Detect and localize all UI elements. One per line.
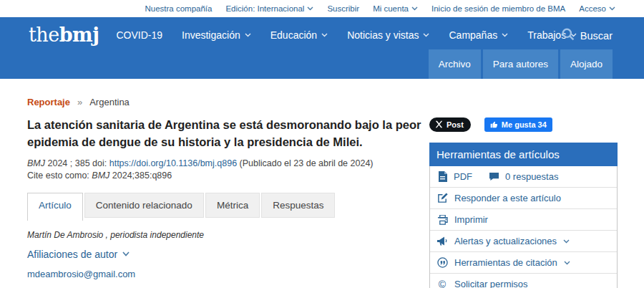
breadcrumb-section-link[interactable]: Reportaje [27, 97, 70, 107]
citation-volume: ; 385 [70, 158, 90, 168]
citation-tools-item[interactable]: Herramientas de citación [430, 251, 617, 273]
author-email-link[interactable]: mdeambrosio@gmail.com [27, 269, 135, 279]
hosted-button[interactable]: Alojado [560, 49, 613, 79]
article-title: La atención sanitaria de Argentina se es… [27, 117, 422, 151]
nav-item-research[interactable]: Investigación [182, 29, 251, 41]
responses-link[interactable]: 0 respuestas [488, 171, 558, 182]
tool-label: Alertas y actualizaciones [454, 236, 557, 246]
citation-quote-icon [436, 257, 448, 268]
share-buttons: Post Me gusta 34 [429, 117, 618, 132]
tool-label: Responder a este artículo [454, 193, 561, 203]
chevron-down-icon [423, 33, 429, 37]
topbar-link-access[interactable]: Acceso [579, 4, 615, 13]
article-tools-header: Herramientas de artículos [429, 143, 618, 166]
tab-metrics[interactable]: Métrica [205, 193, 260, 218]
tool-label: Herramientas de citación [454, 257, 557, 268]
doi-link[interactable]: https://doi.org/10.1136/bmj.q896 [109, 158, 237, 168]
topbar-link-edition[interactable]: Edición: Internacional [225, 4, 313, 13]
reply-edit-icon [436, 193, 448, 203]
chevron-down-icon [307, 6, 313, 11]
tab-related-content[interactable]: Contenido relacionado [84, 193, 204, 218]
print-icon [436, 215, 448, 225]
for-authors-button[interactable]: Para autores [483, 49, 558, 79]
chevron-down-icon [564, 261, 570, 265]
tool-label: Imprimir [454, 214, 488, 225]
journal-name: BMJ [27, 158, 45, 168]
archive-button[interactable]: Archivo [429, 49, 481, 79]
header-buttons: Archivo Para autores Alojado [429, 49, 613, 79]
published-date: (Publicado el 23 de abril de 2024) [240, 158, 374, 168]
topbar-link-subscribe[interactable]: Suscribir [327, 4, 359, 13]
alerts-updates-item[interactable]: Alertas y actualizaciones [430, 230, 617, 251]
article-tools-panel: Herramientas de artículos PDF 0 respuest… [429, 143, 618, 288]
cite-as-reference: 2024;385:q896 [112, 171, 172, 181]
chevron-down-icon [321, 33, 328, 37]
chevron-down-icon [502, 33, 508, 37]
respond-to-article-item[interactable]: Imprimir Responder a este artículo [430, 187, 617, 208]
chevron-down-icon [122, 251, 130, 256]
tab-responses[interactable]: Respuestas [261, 193, 335, 218]
thumbs-up-icon [490, 120, 498, 130]
chevron-down-icon [411, 6, 418, 11]
nav-item-campaigns[interactable]: Campañas [449, 29, 508, 41]
copyright-icon: © [436, 279, 448, 288]
doi-label: doi: [92, 158, 107, 168]
cite-as-prefix: Cite esto como: [27, 171, 89, 181]
top-utility-bar: Nuestra compañía Edición: Internacional … [0, 0, 644, 17]
breadcrumb: Reportaje » Argentina [27, 97, 644, 107]
chevron-down-icon [609, 6, 615, 11]
topbar-link-my-account[interactable]: Mi cuenta [373, 4, 418, 13]
search-label: Buscar [580, 30, 613, 42]
tab-article[interactable]: Artículo [27, 193, 83, 221]
topbar-link-bma-login[interactable]: Inicio de sesión de miembro de BMA [431, 4, 565, 13]
nav-item-education[interactable]: Educación [270, 29, 328, 41]
tools-row-pdf-responses: PDF 0 respuestas [430, 166, 617, 187]
author-affiliations-toggle[interactable]: Afiliaciones de autor [27, 249, 130, 260]
pdf-icon [436, 171, 448, 182]
facebook-like-button[interactable]: Me gusta 34 [484, 117, 552, 132]
bmj-logo[interactable]: thebmj [29, 25, 99, 44]
request-permissions-item[interactable]: © Solicitar permisos [430, 273, 617, 288]
megaphone-icon [436, 236, 448, 246]
breadcrumb-separator: » [77, 97, 82, 107]
search-icon [561, 27, 575, 44]
topbar-link-our-company[interactable]: Nuestra compañía [145, 4, 212, 13]
pdf-link[interactable]: PDF [436, 171, 472, 182]
search-button[interactable]: Buscar [561, 27, 613, 44]
site-header: thebmj COVID-19 Investigación Educación … [0, 17, 644, 79]
tool-label: Solicitar permisos [454, 279, 528, 288]
x-logo-icon [435, 120, 443, 130]
chevron-down-icon [245, 33, 251, 37]
comment-icon [488, 172, 499, 181]
journal-name: BMJ [92, 171, 109, 181]
main-nav: thebmj COVID-19 Investigación Educación … [0, 17, 644, 44]
citation-year: 2024 [47, 158, 67, 168]
nav-item-news-views[interactable]: Noticias y vistas [347, 29, 429, 41]
nav-item-covid19[interactable]: COVID-19 [116, 29, 162, 41]
right-sidebar: Post Me gusta 34 Herramientas de artícul… [429, 117, 618, 288]
print-item[interactable]: Imprimir [430, 208, 617, 230]
x-post-button[interactable]: Post [429, 117, 471, 132]
breadcrumb-current-page: Argentina [89, 97, 130, 107]
chevron-down-icon [563, 239, 570, 244]
